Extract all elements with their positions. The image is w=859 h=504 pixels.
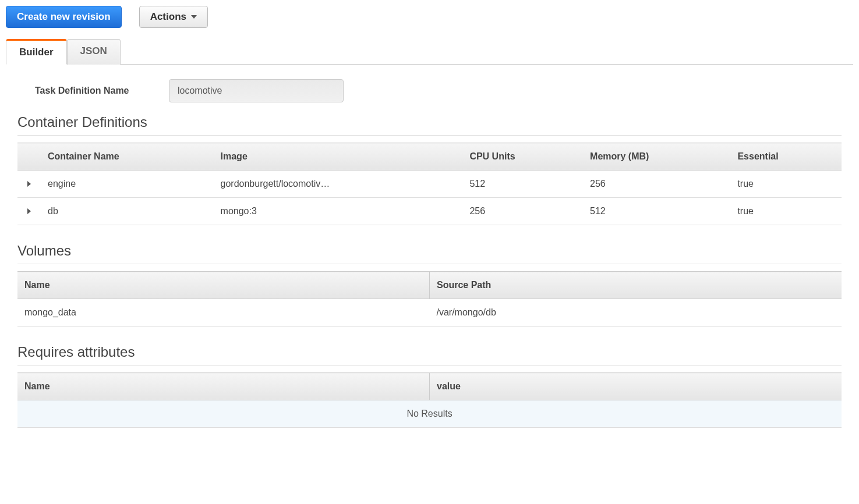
attrs-table: Name value No Results: [17, 372, 842, 428]
cell-vol-source: /var/mongo/db: [430, 299, 842, 326]
col-attr-name[interactable]: Name: [17, 373, 430, 400]
table-row[interactable]: engine gordonburgett/locomotiv… 512 256 …: [17, 171, 842, 198]
containers-table: Container Name Image CPU Units Memory (M…: [17, 143, 842, 225]
col-image[interactable]: Image: [214, 143, 463, 171]
toolbar: Create new revision Actions: [6, 6, 853, 28]
caret-down-icon: [191, 15, 197, 19]
table-row[interactable]: db mongo:3 256 512 true: [17, 198, 842, 225]
task-def-name-label: Task Definition Name: [35, 86, 169, 96]
col-attr-value[interactable]: value: [430, 373, 842, 400]
containers-title: Container Definitions: [17, 114, 842, 136]
volumes-header-row: Name Source Path: [17, 272, 842, 299]
volumes-title: Volumes: [17, 243, 842, 264]
cell-memory: 256: [583, 171, 730, 198]
containers-section: Container Definitions Container Name Ima…: [17, 114, 842, 225]
cell-essential: true: [730, 198, 842, 225]
col-vol-name[interactable]: Name: [17, 272, 430, 299]
volumes-table: Name Source Path mongo_data /var/mongo/d…: [17, 271, 842, 326]
no-results-text: No Results: [17, 400, 842, 428]
attrs-title: Requires attributes: [17, 344, 842, 365]
col-cpu[interactable]: CPU Units: [462, 143, 583, 171]
actions-button[interactable]: Actions: [139, 6, 208, 28]
tab-json[interactable]: JSON: [67, 39, 121, 65]
cell-name: engine: [41, 171, 214, 198]
containers-header-row: Container Name Image CPU Units Memory (M…: [17, 143, 842, 171]
cell-essential: true: [730, 171, 842, 198]
chevron-right-icon[interactable]: [27, 208, 31, 214]
content: Task Definition Name Container Definitio…: [6, 79, 853, 428]
create-revision-button[interactable]: Create new revision: [6, 6, 122, 28]
attrs-header-row: Name value: [17, 373, 842, 400]
tab-builder[interactable]: Builder: [6, 39, 67, 65]
task-def-name-row: Task Definition Name: [17, 79, 842, 102]
cell-cpu: 512: [462, 171, 583, 198]
table-row[interactable]: mongo_data /var/mongo/db: [17, 299, 842, 326]
cell-vol-name: mongo_data: [17, 299, 430, 326]
tabs: Builder JSON: [6, 38, 853, 65]
cell-image: mongo:3: [214, 198, 463, 225]
task-def-name-input[interactable]: [169, 79, 344, 102]
attrs-section: Requires attributes Name value No Result…: [17, 344, 842, 428]
cell-image: gordonburgett/locomotiv…: [214, 171, 463, 198]
volumes-section: Volumes Name Source Path mongo_data /var…: [17, 243, 842, 326]
col-container-name[interactable]: Container Name: [41, 143, 214, 171]
col-essential[interactable]: Essential: [730, 143, 842, 171]
no-results-row: No Results: [17, 400, 842, 428]
actions-label: Actions: [150, 11, 186, 23]
cell-name: db: [41, 198, 214, 225]
chevron-right-icon[interactable]: [27, 181, 31, 187]
expand-header: [17, 143, 41, 171]
col-vol-source[interactable]: Source Path: [430, 272, 842, 299]
cell-memory: 512: [583, 198, 730, 225]
col-memory[interactable]: Memory (MB): [583, 143, 730, 171]
cell-cpu: 256: [462, 198, 583, 225]
